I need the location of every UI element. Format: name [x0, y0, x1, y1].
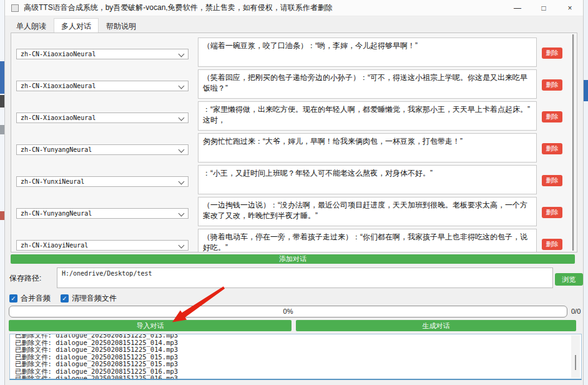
title-bar: 高级TTS语音合成系统，by吾爱破解-vocan,免费软件，禁止售卖，如有侵权，…: [5, 0, 583, 16]
dialogue-row: zh-CN-YunyangNeural 匆匆忙忙跑过来：“大爷，婶儿，早啊！给我…: [11, 133, 577, 163]
generate-dialogue-button[interactable]: 生成对话: [296, 320, 576, 331]
progress-bar: 0%: [9, 306, 567, 318]
dialogue-text-input[interactable]: （端着一碗豆浆，咬了口油条）：“哟，李婶，今儿起得够早啊！”: [198, 38, 537, 67]
desktop-icon-fragment: [584, 80, 588, 101]
voice-select-value: zh-CN-XiaoxiaoNeural: [21, 82, 96, 89]
log-line: 已删除文件: dialogue_20250208151225_016.mp3: [15, 375, 581, 380]
voice-select-value: zh-CN-XiaoyiNeural: [21, 242, 88, 249]
voice-select[interactable]: zh-CN-YunyangNeural: [16, 144, 189, 155]
log-scrollbar-thumb[interactable]: [575, 355, 576, 370]
voice-select-value: zh-CN-YunxiNeural: [21, 178, 84, 185]
maximize-button[interactable]: □: [531, 0, 557, 16]
dialogue-text-input[interactable]: ：“家里懒得做，出来吃方便。现在的年轻人啊，都爱睡懒觉，我家那小王，天天早上卡着…: [198, 101, 537, 131]
dialogue-text-input[interactable]: ：“小王，又赶时间上班呢？年轻人可不能老这么熬夜，对身体不好。”: [198, 165, 537, 194]
chevron-down-icon: [179, 147, 185, 153]
merge-audio-checkbox[interactable]: ✓ 合并音频: [9, 293, 51, 304]
log-lines: 已删除文件: dialogue_20250208151225_013.mp3 已…: [15, 334, 581, 380]
delete-row-button[interactable]: 删除: [542, 207, 562, 218]
add-dialogue-button[interactable]: 添加对话: [11, 254, 575, 264]
dialogue-panel: zh-CN-XiaoxiaoNeural （端着一碗豆浆，咬了口油条）：“哟，李…: [11, 32, 577, 252]
dialogue-row: zh-CN-XiaoyiNeural （骑着电动车，停在一旁，带着孩子走过来）：…: [11, 229, 577, 252]
save-path-input[interactable]: H:/onedrive/Desktop/test: [57, 268, 553, 288]
checkbox-checked-icon: ✓: [61, 294, 69, 302]
chevron-down-icon: [179, 179, 185, 185]
app-icon: [11, 4, 19, 12]
desktop-icon-fragment: [0, 61, 4, 94]
dialogue-row: zh-CN-XiaoxiaoNeural （端着一碗豆浆，咬了口油条）：“哟，李…: [11, 38, 577, 68]
voice-select-value: zh-CN-XiaoxiaoNeural: [21, 114, 96, 121]
voice-select-value: zh-CN-XiaoxiaoNeural: [21, 51, 96, 58]
voice-select[interactable]: zh-CN-XiaoyiNeural: [16, 240, 189, 251]
progress-counter: 0/0: [571, 308, 581, 315]
delete-row-button[interactable]: 删除: [542, 48, 562, 59]
log-line: 已删除文件: dialogue_20250208151225_014.mp3: [15, 346, 581, 354]
voice-select[interactable]: zh-CN-YunyangNeural: [16, 208, 189, 219]
voice-select-value: zh-CN-YunyangNeural: [21, 146, 92, 153]
dialogue-text-input[interactable]: 匆匆忙忙跑过来：“大爷，婶儿，早啊！给我来俩肉包，一杯豆浆，打包带走！”: [198, 133, 537, 162]
chevron-down-icon: [179, 242, 185, 249]
chevron-down-icon: [179, 211, 185, 217]
dialogue-row: zh-CN-YunyangNeural （一边掏钱一边说）：“没办法啊，最近公司…: [11, 197, 577, 227]
log-line: 已删除文件: dialogue_20250208151225_015.mp3: [15, 361, 581, 368]
desktop-edge-left: [0, 0, 4, 385]
voice-select[interactable]: zh-CN-XiaoxiaoNeural: [16, 49, 189, 59]
delete-row-button[interactable]: 删除: [542, 239, 562, 250]
dialogue-text-input[interactable]: （一边掏钱一边说）：“没办法啊，最近公司项目赶进度，天天加班到很晚。老板要求太高…: [198, 197, 537, 226]
voice-select[interactable]: zh-CN-XiaoxiaoNeural: [16, 112, 189, 123]
voice-select-value: zh-CN-YunyangNeural: [21, 210, 92, 217]
voice-select[interactable]: zh-CN-YunxiNeural: [16, 176, 189, 187]
dialogue-text-input[interactable]: （骑着电动车，停在一旁，带着孩子走过来）：“你们都在啊，我家孩子早上也非得吃这的…: [198, 229, 537, 252]
dialogue-row: zh-CN-YunxiNeural ：“小王，又赶时间上班呢？年轻人可不能老这么…: [11, 165, 577, 195]
minimize-button[interactable]: —: [504, 0, 531, 16]
desktop-icon-fragment: [0, 95, 4, 108]
checkbox-checked-icon: ✓: [9, 294, 17, 302]
clean-audio-label: 清理音频文件: [72, 293, 117, 304]
desktop-edge-right: [584, 0, 588, 385]
progress-percent: 0%: [283, 308, 293, 315]
save-path-label: 保存路径:: [9, 273, 41, 284]
import-dialogue-button[interactable]: 导入对话: [9, 320, 292, 331]
app-window: 高级TTS语音合成系统，by吾爱破解-vocan,免费软件，禁止售卖，如有侵权，…: [4, 0, 584, 385]
dialogue-text-input[interactable]: （笑着回应，把刚买的包子递给旁边的小孙子）：“可不，得送这小祖宗上学呢。你这是又…: [198, 69, 537, 99]
window-controls: — □ ×: [504, 0, 583, 16]
dialogue-row: zh-CN-XiaoxiaoNeural ：“家里懒得做，出来吃方便。现在的年轻…: [11, 101, 577, 131]
clean-audio-checkbox[interactable]: ✓ 清理音频文件: [61, 293, 117, 304]
log-scrollbar[interactable]: [571, 335, 580, 378]
merge-audio-label: 合并音频: [21, 293, 51, 304]
delete-row-button[interactable]: 删除: [542, 111, 562, 122]
chevron-down-icon: [179, 115, 185, 121]
log-output[interactable]: 已删除文件: dialogue_20250208151225_013.mp3 已…: [9, 334, 582, 380]
delete-row-button[interactable]: 删除: [542, 143, 562, 154]
chevron-down-icon: [179, 51, 185, 58]
panel-scrollbar-thumb[interactable]: [572, 34, 574, 251]
voice-select[interactable]: zh-CN-XiaoxiaoNeural: [16, 81, 189, 91]
desktop-icon-fragment: [0, 211, 4, 220]
delete-row-button[interactable]: 删除: [542, 79, 562, 91]
dialogue-row: zh-CN-XiaoxiaoNeural （笑着回应，把刚买的包子递给旁边的小孙…: [11, 69, 577, 99]
close-button[interactable]: ×: [557, 0, 583, 16]
desktop-icon-fragment: [0, 125, 4, 134]
window-title: 高级TTS语音合成系统，by吾爱破解-vocan,免费软件，禁止售卖，如有侵权，…: [24, 2, 333, 13]
browse-button[interactable]: 浏览: [555, 273, 583, 286]
delete-row-button[interactable]: 删除: [542, 175, 562, 186]
panel-scrollbar[interactable]: [572, 34, 575, 251]
options-row: ✓ 合并音频 ✓ 清理音频文件: [9, 293, 127, 304]
chevron-down-icon: [179, 83, 185, 89]
